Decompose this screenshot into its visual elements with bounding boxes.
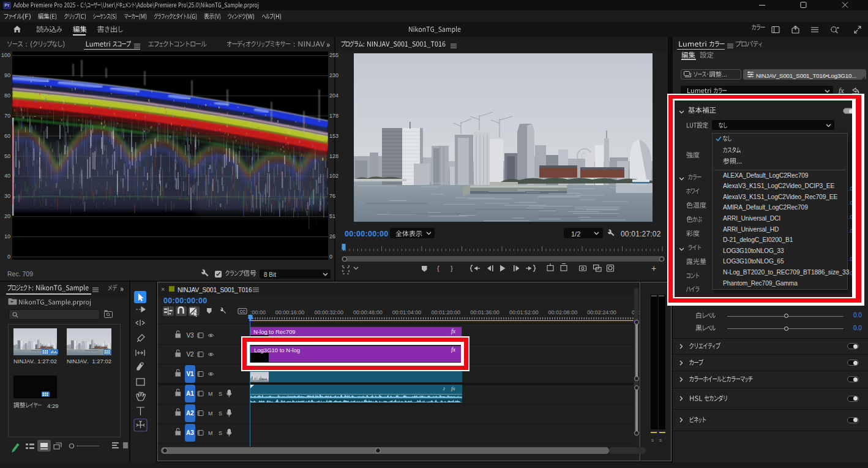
svg-text:A3: A3 <box>186 429 194 436</box>
svg-text:V1: V1 <box>186 371 194 377</box>
svg-text:M: M <box>208 410 213 417</box>
svg-text:S: S <box>219 410 222 417</box>
svg-text:V2: V2 <box>186 351 194 358</box>
svg-text:S: S <box>219 430 222 436</box>
svg-text:M: M <box>208 391 213 397</box>
svg-text:A1: A1 <box>186 390 194 397</box>
svg-text:V3: V3 <box>186 332 194 339</box>
svg-text:M: M <box>208 430 213 436</box>
svg-text:S: S <box>219 391 222 397</box>
svg-text:A2: A2 <box>186 410 194 417</box>
